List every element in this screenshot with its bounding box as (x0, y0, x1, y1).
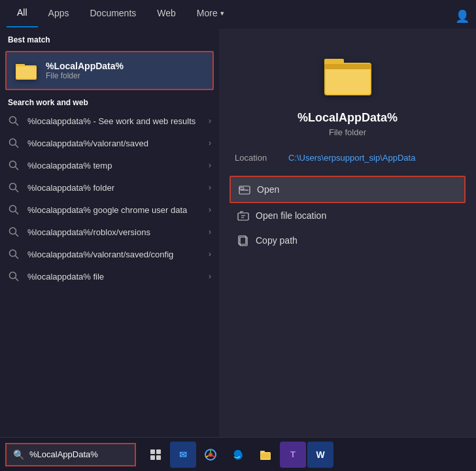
best-match-label: Best match (0, 29, 219, 48)
svg-rect-39 (261, 453, 270, 459)
right-title: %LocalAppData% (298, 111, 398, 125)
svg-rect-28 (150, 449, 155, 454)
svg-point-13 (10, 228, 16, 235)
best-match-folder-icon (14, 59, 38, 82)
result-text-5: %localappdata%/roblox/versions (27, 227, 209, 237)
search-result-icon-7 (8, 270, 20, 282)
open-folder-icon (239, 184, 250, 195)
svg-line-12 (16, 212, 19, 215)
tab-more[interactable]: More ▾ (186, 0, 235, 27)
right-panel: %LocalAppData% File folder Location C:\U… (219, 29, 476, 437)
svg-rect-21 (326, 65, 370, 94)
tab-all[interactable]: All (7, 0, 38, 27)
search-web-label: Search work and web (0, 93, 219, 110)
outlook-button[interactable]: ✉ (170, 442, 196, 468)
result-item-4[interactable]: %localappdata% google chrome user data › (0, 199, 219, 221)
best-match-subtitle: File folder (46, 71, 124, 80)
action-list: Open Open file location Copy path (219, 176, 476, 253)
result-text-2: %localappdata% temp (27, 161, 209, 171)
result-item-2[interactable]: %localappdata% temp › (0, 154, 219, 176)
result-text-4: %localappdata% google chrome user data (27, 205, 209, 215)
result-arrow-3: › (209, 183, 211, 192)
result-item-5[interactable]: %localappdata%/roblox/versions › (0, 221, 219, 243)
chrome-button[interactable] (197, 442, 224, 468)
svg-rect-24 (239, 187, 244, 189)
profile-icon[interactable]: 👤 (455, 9, 469, 27)
svg-point-15 (10, 250, 16, 257)
tab-web[interactable]: Web (146, 0, 186, 27)
teams-icon: T (290, 449, 296, 459)
action-open-label: Open (257, 184, 279, 195)
svg-point-11 (10, 206, 16, 212)
task-view-button[interactable] (143, 442, 169, 468)
word-button[interactable]: W (307, 442, 333, 468)
svg-rect-29 (156, 449, 161, 454)
result-item-6[interactable]: %localappdata%/valorant/saved/config › (0, 243, 219, 265)
result-arrow-5: › (209, 227, 211, 236)
best-match-item[interactable]: %LocalAppData% File folder (5, 51, 214, 90)
svg-rect-2 (16, 67, 36, 78)
location-row: Location C:\Users\erpsupport_sip\AppData (219, 153, 476, 163)
action-open-location-label: Open file location (256, 210, 326, 221)
result-item-0[interactable]: %localappdata% - See work and web result… (0, 110, 219, 132)
task-view-icon (149, 448, 162, 461)
svg-point-5 (10, 139, 16, 146)
teams-button[interactable]: T (280, 442, 306, 468)
svg-line-18 (16, 278, 19, 282)
svg-point-7 (10, 161, 16, 168)
more-chevron-icon: ▾ (220, 9, 224, 18)
svg-line-16 (16, 256, 19, 259)
svg-point-3 (10, 117, 16, 123)
best-match-text: %LocalAppData% File folder (46, 61, 124, 80)
svg-line-6 (16, 145, 19, 148)
explorer-button[interactable] (252, 442, 279, 468)
action-open[interactable]: Open (230, 176, 466, 203)
taskbar-search-text: %LocalAppData% (29, 449, 98, 459)
word-icon: W (316, 449, 324, 460)
svg-line-14 (16, 234, 19, 237)
action-copy-path[interactable]: Copy path (230, 228, 466, 253)
svg-rect-22 (324, 64, 371, 69)
result-arrow-1: › (209, 138, 211, 148)
location-value[interactable]: C:\Users\erpsupport_sip\AppData (288, 153, 415, 163)
result-arrow-4: › (209, 205, 211, 214)
search-result-icon-0 (8, 115, 20, 127)
tab-documents[interactable]: Documents (79, 0, 146, 27)
result-text-7: %localappdata% file (27, 272, 209, 282)
svg-point-17 (10, 272, 16, 279)
search-result-icon-2 (8, 159, 20, 171)
result-arrow-2: › (209, 161, 211, 170)
result-item-1[interactable]: %localappdata%/valorant/saved › (0, 132, 219, 154)
tab-apps[interactable]: Apps (38, 0, 80, 27)
result-arrow-0: › (209, 116, 211, 125)
svg-line-8 (16, 167, 19, 171)
outlook-icon: ✉ (179, 449, 187, 460)
result-item-3[interactable]: %localappdata% folder › (0, 176, 219, 199)
taskbar-search-bar[interactable]: 🔍 %LocalAppData% (5, 443, 136, 466)
svg-rect-30 (150, 455, 155, 460)
result-text-3: %localappdata% folder (27, 183, 209, 193)
action-open-location[interactable]: Open file location (230, 203, 466, 228)
search-result-icon-3 (8, 182, 20, 193)
search-result-icon-6 (8, 248, 20, 260)
right-subtitle: File folder (329, 127, 366, 137)
result-text-1: %localappdata%/valorant/saved (27, 138, 209, 148)
search-result-icon-5 (8, 226, 20, 238)
copy-icon (237, 235, 249, 246)
chrome-icon (204, 448, 217, 461)
svg-line-10 (16, 189, 19, 193)
svg-line-4 (16, 123, 19, 126)
search-results-list: %localappdata% - See work and web result… (0, 110, 219, 437)
main-area: Best match %LocalAppData% File folder Se… (0, 29, 476, 437)
open-location-icon (237, 210, 249, 221)
result-arrow-7: › (209, 272, 211, 281)
edge-icon (231, 448, 245, 461)
result-item-7[interactable]: %localappdata% file › (0, 265, 219, 287)
left-panel: Best match %LocalAppData% File folder Se… (0, 29, 219, 437)
taskbar: 🔍 %LocalAppData% ✉ (0, 437, 476, 471)
result-text-0: %localappdata% - See work and web result… (27, 116, 209, 126)
result-text-6: %localappdata%/valorant/saved/config (27, 250, 209, 259)
search-result-icon-1 (8, 137, 20, 149)
search-result-icon-4 (8, 204, 20, 216)
edge-button[interactable] (225, 442, 251, 468)
